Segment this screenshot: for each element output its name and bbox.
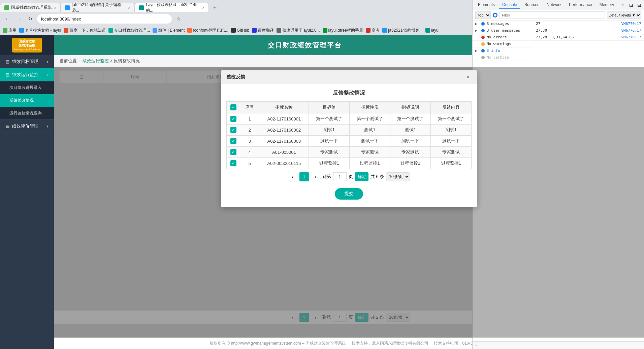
log-link-2[interactable]: VM6770:17 bbox=[621, 28, 641, 33]
table-row: ✓ 4 A01-005001 专家测试 专家测试 专家测试 专家测试 bbox=[227, 147, 472, 158]
bookmark-baidufanyi[interactable]: 百度翻译 bbox=[252, 28, 274, 33]
row4-target: 专家测试 bbox=[309, 147, 350, 158]
sidebar-item-monitor-query[interactable]: 运行监控情况查询 bbox=[0, 107, 54, 120]
bookmark-icon-layui3 bbox=[425, 28, 430, 33]
refresh-button[interactable]: ↻ bbox=[26, 14, 35, 24]
row5-feedback[interactable]: 过程监控1 bbox=[431, 158, 472, 169]
bookmark-blog[interactable]: [a5252145的博客... bbox=[382, 28, 423, 33]
bookmark-layui3[interactable]: layui bbox=[425, 28, 440, 33]
bookmark-jiakou[interactable]: 交口财政绩效管理... bbox=[108, 28, 150, 33]
row4-checkbox[interactable]: ✓ bbox=[230, 149, 236, 155]
app-window: 国威财政绩 效管理系统 Management System ▤ 绩效目标管理 ▼… bbox=[0, 35, 644, 349]
row2-checkbox[interactable]: ✓ bbox=[230, 127, 236, 133]
modal-next-page[interactable]: › bbox=[311, 172, 320, 181]
tab-close-3[interactable]: × bbox=[202, 5, 204, 10]
devtools-undock-button[interactable]: ⊟ bbox=[636, 2, 643, 8]
tab-2[interactable]: [a5252145的博客] 关于编程②... × bbox=[61, 3, 135, 12]
bookmark-icon-baidufanyi bbox=[252, 28, 257, 33]
devtools-tab-console[interactable]: Console bbox=[499, 1, 520, 9]
log-link-1[interactable]: VM6770:17 bbox=[621, 22, 641, 26]
header-title: 交口财政绩效管理平台 bbox=[268, 41, 342, 50]
row2-check[interactable]: ✓ bbox=[227, 125, 240, 136]
sidebar-item-performance-eval[interactable]: ▤ 绩效评价管理 ▼ bbox=[0, 120, 54, 133]
console-row-user-messages[interactable]: ▶ 3 user messages bbox=[473, 27, 533, 34]
devtools-tabs: Elements Console Sources Network Perform… bbox=[473, 0, 644, 10]
bookmark-gaokao[interactable]: 高考 bbox=[366, 28, 380, 33]
tab-close-1[interactable]: × bbox=[54, 5, 56, 10]
modal-table-container[interactable]: ✓ 序号 指标名称 目标值 指标性质 指标说明 反馈内容 bbox=[226, 101, 472, 169]
sidebar-item-performance-monitor[interactable]: ▤ 绩效运行监控 ▲ bbox=[0, 68, 54, 81]
modal-prev-page[interactable]: ‹ bbox=[288, 172, 297, 181]
devtools-level-select[interactable]: Default levels ▼ bbox=[607, 11, 641, 19]
bookmark-dtree[interactable]: layui.dtree帮助手册 bbox=[323, 28, 363, 33]
tab-3[interactable]: Layui 获取表格id - a5252145的... × bbox=[135, 3, 209, 12]
devtools-tab-more[interactable]: » bbox=[618, 1, 627, 9]
sidebar-item-project-progress[interactable]: 项目阶段进展录入 bbox=[0, 81, 54, 94]
row5-checkbox[interactable]: ✓ bbox=[230, 160, 236, 166]
modal-page-confirm[interactable]: 确定 bbox=[355, 172, 368, 181]
modal-page-input[interactable] bbox=[333, 172, 347, 181]
bookmark-star[interactable]: ☆ bbox=[174, 14, 183, 24]
bookmark-baidu[interactable]: 百度一下，你就知道 bbox=[64, 28, 106, 33]
bookmark-iconfont[interactable]: Iconfont-阿里巴巴... bbox=[187, 28, 228, 33]
devtools-context-select[interactable]: top bbox=[475, 11, 491, 19]
row1-target: 第一个测试了 bbox=[309, 113, 350, 125]
tab-close-2[interactable]: × bbox=[128, 5, 130, 10]
modal-goto-label: 到第 bbox=[322, 174, 331, 180]
console-row-verbose[interactable]: No verbose bbox=[473, 54, 533, 61]
devtools-filter-input[interactable] bbox=[500, 11, 605, 19]
row4-nature: 专家测试 bbox=[350, 147, 390, 158]
bookmark-label-layui: 表单模块文档 - layui bbox=[25, 28, 61, 33]
row4-check[interactable]: ✓ bbox=[227, 147, 240, 158]
sidebar-item-performance-target[interactable]: ▤ 绩效目标管理 ▼ bbox=[0, 55, 54, 68]
modal-page-size[interactable]: 10条/页 20条/页 50条/页 bbox=[386, 172, 410, 181]
devtools-tab-sources[interactable]: Sources bbox=[521, 1, 543, 9]
select-all-checkbox[interactable]: ✓ bbox=[230, 104, 236, 110]
arrow-performance-monitor: ▲ bbox=[46, 73, 49, 77]
errors-icon bbox=[481, 36, 485, 39]
row3-checkbox[interactable]: ✓ bbox=[230, 138, 236, 144]
tab-1[interactable]: 国威财政绩效管理系统 × bbox=[0, 3, 61, 12]
log-link-3[interactable]: VM6770:17 bbox=[621, 35, 641, 39]
bookmark-github[interactable]: GitHub bbox=[231, 28, 249, 33]
row3-check[interactable]: ✓ bbox=[227, 136, 240, 147]
console-row-messages[interactable]: ▶ 3 messages bbox=[473, 21, 533, 27]
row1-check[interactable]: ✓ bbox=[227, 113, 240, 125]
console-row-errors[interactable]: No errors bbox=[473, 34, 533, 41]
bookmark-apps[interactable]: 应用 bbox=[3, 28, 17, 33]
console-row-info[interactable]: ▶ 3 info bbox=[473, 47, 533, 54]
new-tab-button[interactable]: + bbox=[210, 3, 220, 12]
log-row-1: 27 VM6770:17 bbox=[533, 21, 644, 27]
sidebar-label-feedback: 反馈整改情况 bbox=[9, 98, 34, 103]
row3-feedback[interactable]: 测试一下 bbox=[431, 136, 472, 147]
modal-submit-button[interactable]: 提交 bbox=[335, 188, 363, 200]
console-row-warnings[interactable]: No warnings bbox=[473, 41, 533, 47]
devtools-dock-button[interactable]: ⊡ bbox=[628, 2, 635, 8]
devtools-tab-network[interactable]: Network bbox=[543, 1, 565, 9]
row1-checkbox[interactable]: ✓ bbox=[230, 116, 236, 122]
bookmark-layui2[interactable]: 修改适用于layui2.0... bbox=[277, 28, 320, 33]
forward-button[interactable]: → bbox=[14, 14, 24, 24]
breadcrumb-path1[interactable]: 绩效运行监控 bbox=[83, 58, 109, 63]
extensions-button[interactable]: ⋮ bbox=[185, 14, 195, 24]
row1-feedback[interactable]: 第一个测试了 bbox=[431, 113, 472, 125]
bookmark-label-layui3: layui bbox=[431, 28, 440, 33]
devtools-tab-elements[interactable]: Elements bbox=[475, 1, 498, 9]
row4-desc: 专家测试 bbox=[390, 147, 431, 158]
bookmark-element[interactable]: 组件 | Element bbox=[153, 28, 185, 33]
devtools-tab-memory[interactable]: Memory bbox=[596, 1, 617, 9]
row4-feedback[interactable]: 专家测试 bbox=[431, 147, 472, 158]
row5-check[interactable]: ✓ bbox=[227, 158, 240, 169]
modal-close-button[interactable]: × bbox=[465, 74, 472, 80]
devtools-tab-performance[interactable]: Performance bbox=[566, 1, 595, 9]
log-row-2: 27,30 VM6770:17 bbox=[533, 27, 644, 34]
modal-current-page[interactable]: 1 bbox=[299, 172, 309, 181]
bookmark-layui[interactable]: 表单模块文档 - layui bbox=[19, 28, 61, 33]
row2-feedback[interactable]: 测试1 bbox=[431, 125, 472, 136]
address-input[interactable] bbox=[37, 14, 172, 24]
devtools-eye-icon[interactable] bbox=[493, 13, 497, 18]
console-input[interactable] bbox=[479, 343, 641, 348]
verbose-label: No verbose bbox=[487, 55, 530, 60]
back-button[interactable]: ← bbox=[3, 14, 12, 24]
sidebar-item-feedback[interactable]: 反馈整改情况 bbox=[0, 94, 54, 107]
